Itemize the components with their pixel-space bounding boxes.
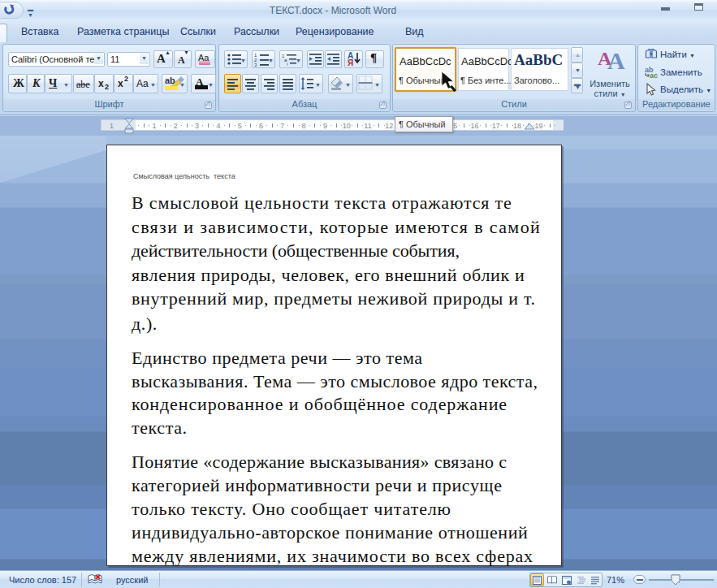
svg-text:i: i xyxy=(287,62,287,67)
svg-text:ac: ac xyxy=(650,71,658,79)
svg-text:3: 3 xyxy=(254,63,257,67)
